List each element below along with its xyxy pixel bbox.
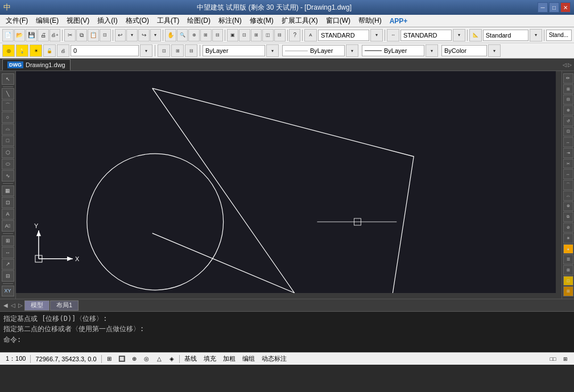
menu-file[interactable]: 文件(F) <box>2 15 31 27</box>
tb-vp3[interactable]: ⊞ <box>251 29 262 42</box>
menu-window[interactable]: 窗口(W) <box>323 15 354 27</box>
maximize-button[interactable]: □ <box>549 2 559 13</box>
command-input[interactable] <box>21 336 135 344</box>
layer-drop-btn[interactable]: ▾ <box>140 44 152 57</box>
lt-region[interactable]: ⊡ <box>2 197 14 208</box>
style-dropdown[interactable]: Standard <box>483 30 528 41</box>
rt-mirror[interactable]: ↔ <box>563 137 573 147</box>
tb-print3[interactable]: 🖨 <box>57 44 69 57</box>
polar-icon[interactable]: ◎ <box>142 354 152 364</box>
lt-rect[interactable]: □ <box>2 135 14 147</box>
tb-zoom-ext[interactable]: ⊟ <box>212 29 224 42</box>
menu-modify[interactable]: 修改(M) <box>246 15 277 27</box>
text-style-dropdown[interactable]: STANDARD <box>318 30 369 41</box>
tb-print2[interactable]: 🖨+ <box>49 29 61 42</box>
tb-light-bulb[interactable]: 💡 <box>16 44 28 57</box>
grid-icon[interactable]: ⊞ <box>104 354 114 364</box>
tb-redo-drop[interactable]: ▾ <box>150 29 162 42</box>
rt-offset[interactable]: ⇥ <box>563 148 573 158</box>
lt-ellipse[interactable]: ⬭ <box>2 159 14 170</box>
bycolor-drop-btn[interactable]: ▾ <box>488 44 501 57</box>
snap-icon[interactable]: 🔲 <box>117 354 127 364</box>
tab-nav-next[interactable]: ▷ <box>17 302 24 308</box>
menu-draw[interactable]: 绘图(D) <box>184 15 214 27</box>
tb-vp4[interactable]: ◫ <box>262 29 274 42</box>
rt-erase[interactable]: ⊘ <box>563 222 573 233</box>
tab-left-arrow[interactable]: ◁ <box>563 62 567 68</box>
tb-vp1[interactable]: ▣ <box>227 29 238 42</box>
tb-save[interactable]: 💾 <box>26 29 37 42</box>
tb-copy[interactable]: ⧉ <box>76 29 88 42</box>
bold-btn[interactable]: 加粗 <box>221 354 238 363</box>
rt-fillet[interactable]: ⌒ <box>563 180 573 190</box>
dyn-btn[interactable]: 动态标注 <box>259 354 289 363</box>
tb-vp5[interactable]: ⊟ <box>274 29 286 42</box>
tb-new[interactable]: 📄 <box>2 29 14 42</box>
osnap-icon[interactable]: △ <box>154 354 164 364</box>
menu-view[interactable]: 视图(V) <box>63 15 93 27</box>
status-icon1[interactable]: □□ <box>548 354 558 364</box>
tb-zoom-win[interactable]: ⊞ <box>200 29 212 42</box>
otrack-icon[interactable]: ◈ <box>167 354 177 364</box>
menu-tools[interactable]: 工具(T) <box>154 15 183 27</box>
linetype-dropdown[interactable]: ByLayer <box>282 45 345 56</box>
color-dropdown[interactable]: ByLayer <box>203 45 265 56</box>
color-drop-btn[interactable]: ▾ <box>266 44 279 57</box>
tb-undo[interactable]: ↩ <box>115 29 126 42</box>
rt-extend[interactable]: ↔ <box>563 169 573 179</box>
bycolor-dropdown[interactable]: ByColor <box>441 45 487 56</box>
lt-circle[interactable]: ○ <box>2 112 14 123</box>
lt-spline[interactable]: ∿ <box>2 170 14 181</box>
rt-grid2[interactable]: ⊟ <box>563 94 573 105</box>
tab-nav-first[interactable]: ◀ <box>2 302 9 308</box>
tb-sun[interactable]: ☀ <box>30 44 42 57</box>
baseline-btn[interactable]: 基线 <box>182 354 199 363</box>
style-drop-btn[interactable]: ▾ <box>530 29 542 42</box>
rt-color[interactable]: ● <box>563 244 573 254</box>
rt-scale[interactable]: ⊡ <box>563 127 573 137</box>
group-btn[interactable]: 编组 <box>240 354 257 363</box>
tb-redo[interactable]: ↪ <box>138 29 150 42</box>
lt-polyline[interactable]: ⌒ <box>2 100 14 112</box>
fill-btn[interactable]: 填充 <box>201 354 218 363</box>
rt-trim[interactable]: ✂ <box>563 159 573 169</box>
rt-explode[interactable]: ✳ <box>563 233 573 244</box>
horizontal-scrollbar[interactable] <box>16 293 556 299</box>
lt-insert[interactable]: ⊞ <box>2 236 14 247</box>
rt-grid1[interactable]: ⊞ <box>563 84 573 94</box>
menu-insert[interactable]: 插入(I) <box>94 15 121 27</box>
tb-pan[interactable]: ✋ <box>165 29 176 42</box>
menu-format[interactable]: 格式(O) <box>122 15 152 27</box>
tb-paste[interactable]: 📋 <box>88 29 99 42</box>
rt-extra2[interactable]: ⊞ <box>563 286 573 296</box>
tb-lock[interactable]: 🔓 <box>43 44 56 57</box>
tb-matchprop[interactable]: ⊡ <box>100 29 111 42</box>
status-icon2[interactable]: ⊞ <box>560 354 571 364</box>
drawing-tab-item[interactable]: DWG Drawing1.dwg <box>2 59 71 71</box>
tb-cut[interactable]: ✂ <box>64 29 76 42</box>
tb-layer-icon[interactable]: ◎ <box>2 44 15 57</box>
rt-pen[interactable]: ✏ <box>563 73 573 84</box>
vertical-scrollbar[interactable] <box>556 71 561 299</box>
lt-dim[interactable]: ↔ <box>2 247 14 258</box>
lineweight-dropdown[interactable]: ByLayer <box>362 45 424 56</box>
rt-rotate[interactable]: ↺ <box>563 116 573 126</box>
linetype-drop-btn[interactable]: ▾ <box>346 44 358 57</box>
lt-ucs[interactable]: XY <box>2 286 14 297</box>
tb-layer-extra3[interactable]: ⊟ <box>185 44 197 57</box>
menu-help[interactable]: 帮助(H) <box>355 15 385 27</box>
tb-open[interactable]: 📂 <box>14 29 26 42</box>
minimize-button[interactable]: ─ <box>538 2 548 13</box>
lt-hatch[interactable]: ▦ <box>2 185 14 197</box>
tb-zoom-rt[interactable]: 🔍 <box>177 29 188 42</box>
tab-nav-prev[interactable]: ◁ <box>10 302 16 308</box>
rt-array[interactable]: ⊛ <box>563 201 573 212</box>
rt-props[interactable]: ⊞ <box>563 265 573 275</box>
rt-chamfer[interactable]: ⌓ <box>563 191 573 201</box>
menu-ext[interactable]: 扩展工具(X) <box>278 15 321 27</box>
extra-style-dropdown[interactable]: Stand... <box>546 30 572 41</box>
layer-dropdown[interactable]: 0 <box>71 45 139 56</box>
tb-vp2[interactable]: ⊡ <box>239 29 250 42</box>
canvas-area[interactable]: Y X <box>16 71 561 299</box>
ortho-icon[interactable]: ⊕ <box>129 354 139 364</box>
